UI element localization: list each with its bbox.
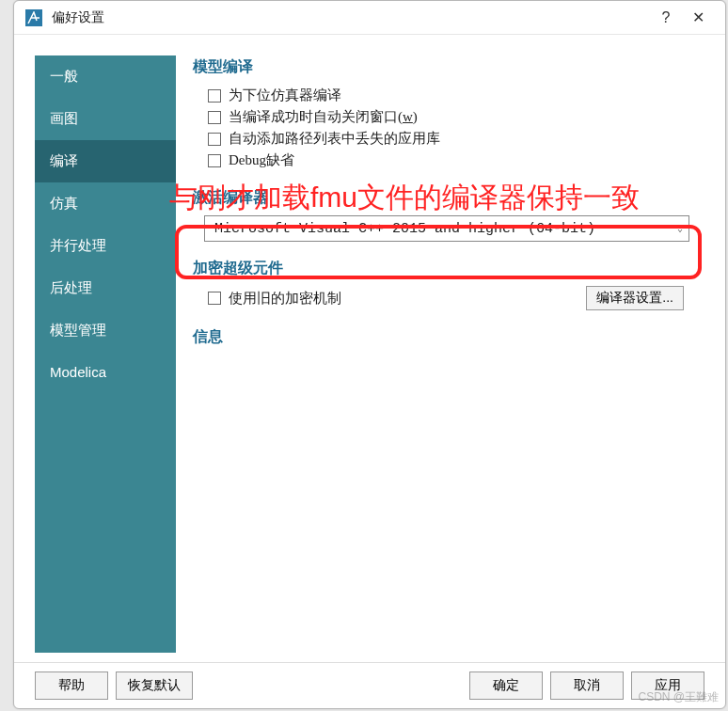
checkbox-icon[interactable] (208, 154, 221, 167)
sidebar-item-compile[interactable]: 编译 (35, 140, 176, 182)
sidebar-item-modelica[interactable]: Modelica (35, 352, 176, 392)
sidebar-item-model-mgmt[interactable]: 模型管理 (35, 309, 176, 352)
ok-button[interactable]: 确定 (469, 672, 543, 700)
opt-label: 为下位仿真器编译 (229, 87, 341, 104)
sidebar-item-postprocess[interactable]: 后处理 (35, 267, 176, 309)
sidebar-item-parallel[interactable]: 并行处理 (35, 225, 176, 267)
opt-auto-add-lib[interactable]: 自动添加路径列表中丢失的应用库 (193, 128, 691, 150)
opt-label: 使用旧的加密机制 (229, 290, 341, 308)
help-button[interactable]: 帮助 (35, 672, 108, 700)
opt-label: 当编译成功时自动关闭窗口(w) (229, 108, 418, 126)
dialog-title: 偏好设置 (52, 9, 650, 26)
checkbox-icon[interactable] (208, 111, 221, 124)
checkbox-icon[interactable] (208, 133, 221, 146)
opt-label: 自动添加路径列表中丢失的应用库 (229, 130, 440, 148)
section-encrypt: 加密超级元件 (193, 259, 691, 278)
sidebar-item-general[interactable]: 一般 (35, 55, 176, 98)
titlebar: 偏好设置 ? ✕ (14, 1, 725, 35)
checkbox-icon[interactable] (208, 89, 221, 103)
app-icon (25, 9, 42, 26)
opt-label: Debug缺省 (229, 151, 294, 169)
apply-button[interactable]: 应用 (631, 672, 704, 700)
button-bar: 帮助 恢复默认 确定 取消 应用 (14, 663, 725, 708)
section-model-compile: 模型编译 (193, 57, 691, 77)
checkbox-icon[interactable] (208, 292, 221, 305)
opt-compile-for-sub[interactable]: 为下位仿真器编译 (193, 85, 691, 106)
main-panel: 模型编译 为下位仿真器编译 当编译成功时自动关闭窗口(w) 自动添加路径列表中丢… (176, 55, 704, 653)
opt-debug-default[interactable]: Debug缺省 (193, 150, 691, 171)
content-area: 一般 画图 编译 仿真 并行处理 后处理 模型管理 Modelica 模型编译 … (14, 35, 725, 663)
restore-defaults-button[interactable]: 恢复默认 (116, 672, 193, 700)
compiler-settings-button[interactable]: 编译器设置... (586, 286, 684, 310)
sidebar-item-plot[interactable]: 画图 (35, 98, 176, 140)
opt-auto-close[interactable]: 当编译成功时自动关闭窗口(w) (193, 106, 691, 128)
chevron-down-icon: ⌄ (677, 223, 683, 234)
preferences-dialog: 偏好设置 ? ✕ 一般 画图 编译 仿真 并行处理 后处理 模型管理 Model… (13, 0, 726, 709)
help-icon[interactable]: ? (650, 9, 682, 26)
section-info: 信息 (193, 327, 691, 347)
sidebar-item-simulation[interactable]: 仿真 (35, 182, 176, 225)
cancel-button[interactable]: 取消 (550, 672, 624, 700)
close-icon[interactable]: ✕ (682, 8, 714, 26)
opt-use-old-encrypt[interactable]: 使用旧的加密机制 (193, 288, 341, 309)
section-active-compiler: 激活编译器 (193, 188, 691, 208)
compiler-select[interactable]: Microsoft Visual C++ 2015 and higher (64… (204, 215, 689, 242)
sidebar: 一般 画图 编译 仿真 并行处理 后处理 模型管理 Modelica (35, 55, 176, 653)
compiler-selected-value: Microsoft Visual C++ 2015 and higher (64… (214, 221, 595, 237)
